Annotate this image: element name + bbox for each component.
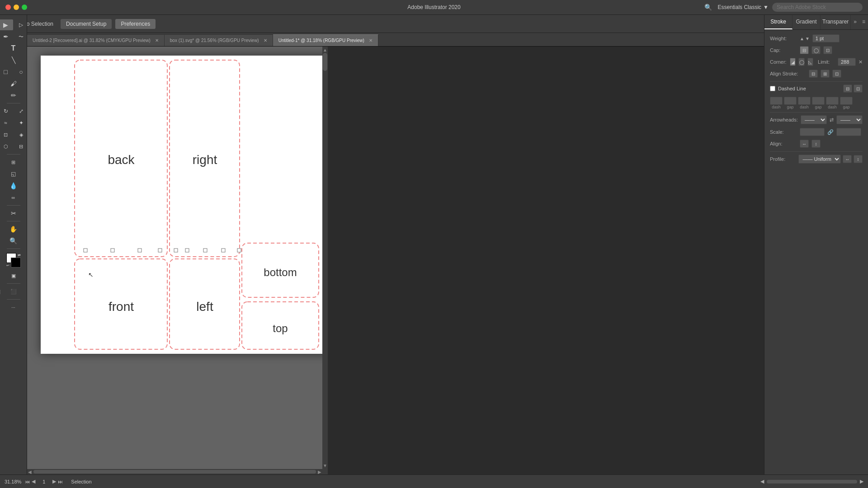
search-stock-input[interactable] [772, 3, 863, 12]
tab-close-1[interactable]: ✕ [264, 38, 267, 43]
panel-more-btn[interactable]: » [851, 15, 859, 29]
draw-inside[interactable]: ⬛ [6, 286, 21, 297]
stroke-tab[interactable]: Stroke [764, 15, 793, 29]
puppet-warp-tool[interactable]: ✦ [14, 117, 28, 128]
corner-bevel-btn[interactable]: ◺ [807, 58, 813, 66]
hand-tool[interactable]: ✋ [6, 224, 21, 235]
cap-square-btn[interactable]: ⊡ [823, 46, 832, 54]
profile-flip-x-btn[interactable]: ↔ [843, 155, 852, 163]
align-center-btn[interactable]: ⊟ [809, 70, 818, 78]
paintbrush-tool[interactable]: 🖌 [6, 78, 21, 89]
pencil-tool[interactable]: ✏ [6, 90, 21, 101]
align-btn-2[interactable]: ↕ [811, 140, 821, 148]
scroll-thumb[interactable] [323, 53, 327, 71]
last-page-btn[interactable]: ⏭ [58, 479, 63, 484]
gradient-fill[interactable]: ▣ [6, 270, 21, 281]
shape-builder-tool[interactable]: ◈ [14, 129, 28, 140]
profile-flip-y-btn[interactable]: ↕ [854, 155, 863, 163]
scale-end-input[interactable]: 100% [836, 128, 861, 136]
line-tool[interactable]: ╲ [6, 55, 21, 66]
rotate-tool[interactable]: ↻ [0, 106, 13, 117]
dash-input-1[interactable] [770, 97, 783, 105]
arrow-swap-icon[interactable]: ⇄ [830, 117, 834, 123]
zoom-tool[interactable]: 🔍 [6, 235, 21, 246]
tab-close-2[interactable]: ✕ [369, 38, 373, 43]
ellipse-tool[interactable]: ○ [14, 66, 28, 77]
minimize-button[interactable] [14, 5, 19, 10]
gap-input-1[interactable] [784, 97, 797, 105]
transparency-tab[interactable]: Transparer [821, 15, 851, 29]
corner-round-btn[interactable]: ◯ [798, 58, 804, 66]
tab-close-0[interactable]: ✕ [155, 38, 159, 43]
profile-select[interactable]: —— Uniform [798, 155, 841, 164]
mesh-tool[interactable]: ⊞ [6, 157, 21, 168]
tab-0[interactable]: Untitled-2 [Recovered].ai @ 31.82% (CMYK… [27, 34, 165, 46]
vertical-scrollbar[interactable]: ▲ ▼ [322, 47, 328, 474]
cap-round-btn[interactable]: ◯ [811, 46, 821, 54]
live-paint-tool[interactable]: ⬡ [0, 141, 13, 152]
align-outside-btn[interactable]: ⊡ [832, 70, 841, 78]
limit-input[interactable]: 288 [838, 58, 856, 66]
tab-2[interactable]: Untitled-1* @ 31.18% (RGB/GPU Preview) ✕ [273, 34, 378, 46]
dash-input-2[interactable] [798, 97, 811, 105]
scroll-up-arrow[interactable]: ▲ [322, 47, 328, 52]
draw-behind[interactable]: ⬚ [0, 286, 5, 297]
dashed-line-checkbox[interactable] [770, 86, 775, 91]
scroll-right-arrow[interactable]: ▶ [318, 469, 322, 474]
dashed-adjust-btn2[interactable]: ⊡ [854, 84, 863, 93]
cap-butt-btn[interactable]: ⊟ [800, 46, 809, 54]
gradient-tool[interactable]: ◱ [6, 169, 21, 179]
reset-colors-icon[interactable]: ↩ [6, 263, 9, 267]
scroll-left-arrow[interactable]: ◀ [27, 469, 32, 474]
type-tool[interactable]: T [6, 43, 21, 54]
scissors-tool[interactable]: ✂ [6, 208, 21, 219]
background-color[interactable] [11, 258, 21, 267]
dash-input-3[interactable] [826, 97, 839, 105]
selection-tool[interactable]: ▶ [0, 19, 13, 30]
curvature-tool[interactable]: 〜 [14, 31, 28, 42]
free-transform-tool[interactable]: ⊡ [0, 129, 13, 140]
align-btn-1[interactable]: ↔ [800, 140, 809, 148]
document-setup-button[interactable]: Document Setup [61, 19, 112, 29]
maximize-button[interactable] [22, 5, 27, 10]
tab-1[interactable]: box (1).svg* @ 21.56% (RGB/GPU Preview) … [165, 34, 273, 46]
scroll-down-arrow[interactable]: ▼ [322, 463, 328, 468]
essentials-dropdown[interactable]: Essentials Classic ▼ [717, 4, 769, 10]
status-hscroll[interactable] [767, 480, 857, 483]
perspective-grid-tool[interactable]: ⊟ [14, 141, 28, 152]
status-triangle-left[interactable]: ◀ [760, 479, 764, 484]
scale-link-icon[interactable]: 🔗 [827, 129, 834, 135]
next-page-btn[interactable]: ▶ [52, 479, 56, 484]
first-page-btn[interactable]: ⏮ [25, 479, 30, 484]
prev-page-btn[interactable]: ◀ [32, 479, 35, 484]
corner-miter-btn[interactable]: ◢ [790, 58, 796, 66]
panel-menu-btn[interactable]: ≡ [859, 15, 868, 29]
hscroll-thumb[interactable] [33, 470, 316, 474]
gradient-tab[interactable]: Gradient [793, 15, 821, 29]
more-tools-button[interactable]: ··· [6, 302, 21, 313]
pen-tool[interactable]: ✒ [0, 31, 13, 42]
dashed-adjust-btn1[interactable]: ⊟ [843, 84, 852, 93]
arrowhead-start-select[interactable]: —— [801, 115, 827, 124]
align-inside-btn[interactable]: ⊞ [821, 70, 830, 78]
swap-colors-icon[interactable]: ⇄ [18, 253, 21, 257]
status-triangle-right[interactable]: ▶ [860, 479, 863, 484]
none-fill[interactable]: ⊘ [0, 270, 5, 281]
weight-input[interactable]: 1 pt [812, 34, 840, 42]
limit-close-btn[interactable]: ✕ [859, 59, 863, 65]
eyedropper-tool[interactable]: 💧 [6, 180, 21, 191]
scale-start-input[interactable]: 100% [800, 128, 825, 136]
rectangle-tool[interactable]: □ [0, 66, 13, 77]
gap-input-3[interactable] [840, 97, 853, 105]
weight-up-btn[interactable]: ▲ [800, 36, 804, 41]
weight-down-btn[interactable]: ▼ [805, 36, 810, 41]
gap-input-2[interactable] [812, 97, 825, 105]
close-button[interactable] [5, 5, 11, 10]
arrowhead-end-select[interactable]: —— [836, 115, 863, 124]
horizontal-scrollbar[interactable]: ◀ ▶ [27, 469, 322, 474]
warp-tool[interactable]: ≈ [0, 117, 13, 128]
blend-tool[interactable]: ∞ [6, 192, 21, 203]
direct-selection-tool[interactable]: ▷ [14, 19, 28, 30]
scale-tool[interactable]: ⤢ [14, 106, 28, 117]
preferences-button[interactable]: Preferences [115, 19, 156, 29]
